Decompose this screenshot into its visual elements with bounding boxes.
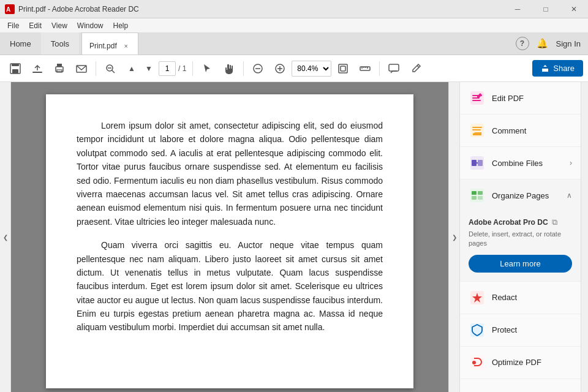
organize-icon xyxy=(469,187,486,204)
close-button[interactable]: ✕ xyxy=(560,0,588,18)
right-arrow-icon: ❯ xyxy=(452,234,457,241)
help-button[interactable]: ? xyxy=(516,37,529,50)
titlebar: A Print.pdf - Adobe Acrobat Reader DC ─ … xyxy=(0,0,588,18)
svg-rect-34 xyxy=(472,160,477,166)
panel-item-combine[interactable]: Combine Files › xyxy=(460,147,581,179)
svg-rect-38 xyxy=(478,191,483,195)
notifications-button[interactable]: 🔔 xyxy=(534,35,551,52)
hand-icon xyxy=(224,63,235,74)
zoom-select[interactable]: 80.4% 50% 75% 100% 125% 150% xyxy=(292,61,331,77)
pro-section: Adobe Acrobat Pro DC ⧉ Delete, insert, e… xyxy=(460,211,581,281)
tab-tools[interactable]: Tools xyxy=(41,32,79,55)
share-label: Share xyxy=(553,64,575,73)
pdf-viewer[interactable]: Lorem ipsum dolor sit amet, consectetur … xyxy=(11,82,448,392)
titlebar-left: A Print.pdf - Adobe Acrobat Reader DC xyxy=(5,4,139,14)
svg-rect-40 xyxy=(478,196,483,200)
zoom-out2-icon xyxy=(252,63,263,74)
main-area: ❮ Lorem ipsum dolor sit amet, consectetu… xyxy=(0,82,588,392)
pen-icon xyxy=(410,63,421,74)
pro-label: Adobe Acrobat Pro DC xyxy=(469,218,548,227)
save-button[interactable] xyxy=(5,58,26,79)
cursor-icon xyxy=(202,64,212,74)
copy-icon[interactable]: ⧉ xyxy=(552,217,557,227)
tab-document[interactable]: Print.pdf × xyxy=(81,32,138,55)
comment-icon xyxy=(388,63,399,74)
menu-help[interactable]: Help xyxy=(108,18,134,33)
titlebar-controls[interactable]: ─ □ ✕ xyxy=(503,0,588,18)
tab-home[interactable]: Home xyxy=(0,32,41,55)
svg-rect-37 xyxy=(472,191,477,195)
page-navigation: ▲ ▼ / 1 xyxy=(122,58,189,79)
separator3 xyxy=(243,61,244,76)
menu-edit[interactable]: Edit xyxy=(24,18,47,33)
left-panel-toggle[interactable]: ❮ xyxy=(0,82,11,392)
tabbar: Home Tools Print.pdf × ? 🔔 Sign In xyxy=(0,33,588,55)
menu-view[interactable]: View xyxy=(47,18,72,33)
svg-rect-24 xyxy=(389,64,399,71)
sign-in-area: ? 🔔 Sign In xyxy=(508,32,588,55)
combine-label: Combine Files xyxy=(492,159,564,168)
svg-rect-4 xyxy=(32,72,42,73)
zoom-in2-icon xyxy=(274,63,285,74)
measure-button[interactable] xyxy=(355,58,375,79)
maximize-button[interactable]: □ xyxy=(532,0,560,18)
email-button[interactable] xyxy=(71,58,92,79)
sign-in-button[interactable]: Sign In xyxy=(556,39,581,48)
fit-page-button[interactable] xyxy=(333,58,353,79)
svg-point-44 xyxy=(472,361,476,364)
zoom-out-icon xyxy=(105,63,116,74)
page-total: / 1 xyxy=(178,64,186,73)
panel-item-protect[interactable]: Protect xyxy=(460,314,581,347)
zoom-out2-button[interactable] xyxy=(247,58,268,79)
pen-button[interactable] xyxy=(405,58,426,79)
svg-rect-36 xyxy=(470,189,484,202)
svg-rect-29 xyxy=(472,100,481,101)
protect-label: Protect xyxy=(492,325,572,334)
svg-line-10 xyxy=(112,70,115,73)
share-button[interactable]: Share xyxy=(532,60,583,77)
pdf-viewer-wrap: Lorem ipsum dolor sit amet, consectetur … xyxy=(11,82,448,392)
organize-pages-header[interactable]: Organize Pages ∧ xyxy=(460,179,581,211)
panel-item-edit-pdf[interactable]: Edit PDF xyxy=(460,82,581,115)
panel-scrollbar xyxy=(581,82,588,392)
panel-item-optimize[interactable]: Optimize PDF xyxy=(460,347,581,379)
protect-icon xyxy=(469,322,486,339)
titlebar-title: Print.pdf - Adobe Acrobat Reader DC xyxy=(18,5,139,13)
print-icon xyxy=(54,63,65,74)
hand-tool-button[interactable] xyxy=(219,58,239,79)
tab-close-button[interactable]: × xyxy=(122,42,130,50)
comment-label: Comment xyxy=(492,126,572,135)
combine-icon xyxy=(469,154,486,172)
pdf-paragraph-1: Lorem ipsum dolor sit amet, consectetur … xyxy=(77,119,383,228)
print-button[interactable] xyxy=(49,58,70,79)
cursor-tool-button[interactable] xyxy=(197,58,217,79)
svg-rect-3 xyxy=(12,69,18,74)
right-panel-scroll[interactable]: Edit PDF Comment Combine Files › xyxy=(460,82,581,392)
left-arrow-icon: ❮ xyxy=(3,234,8,241)
svg-line-25 xyxy=(417,66,419,67)
page-number-input[interactable] xyxy=(159,61,176,76)
tab-doc-label: Print.pdf xyxy=(89,42,117,50)
comment-button[interactable] xyxy=(383,58,404,79)
menu-window[interactable]: Window xyxy=(72,18,108,33)
svg-rect-35 xyxy=(478,160,483,166)
right-panel-toggle[interactable]: ❯ xyxy=(448,82,459,392)
menu-file[interactable]: File xyxy=(2,18,24,33)
prev-page-button[interactable]: ▲ xyxy=(124,58,139,79)
bell-icon: 🔔 xyxy=(537,38,548,49)
svg-rect-31 xyxy=(472,127,482,128)
learn-more-button[interactable]: Learn more xyxy=(469,255,572,273)
save-icon xyxy=(10,63,21,74)
zoom-in2-button[interactable] xyxy=(270,58,290,79)
minimize-button[interactable]: ─ xyxy=(503,0,532,18)
upload-button[interactable] xyxy=(27,58,48,79)
zoom-out-button[interactable] xyxy=(100,58,121,79)
next-page-button[interactable]: ▼ xyxy=(141,58,156,79)
panel-item-redact[interactable]: Redact xyxy=(460,282,581,314)
right-panel: Edit PDF Comment Combine Files › xyxy=(459,82,588,392)
pro-description: Delete, insert, extract, or rotate pages xyxy=(469,230,572,249)
svg-rect-32 xyxy=(472,129,481,130)
edit-pdf-icon xyxy=(469,89,486,107)
pdf-page: Lorem ipsum dolor sit amet, consectetur … xyxy=(46,94,413,388)
panel-item-comment[interactable]: Comment xyxy=(460,115,581,147)
